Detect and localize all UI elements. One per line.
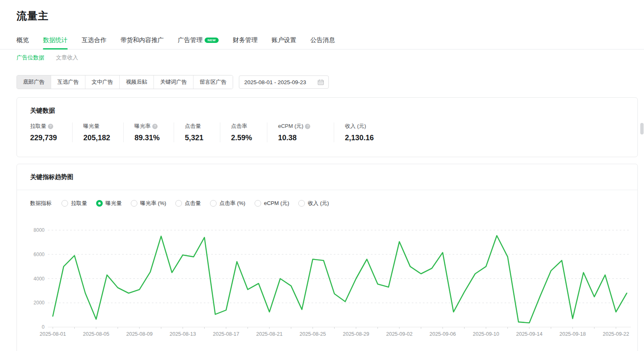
- metric-拉取量: 拉取量?229,739: [28, 122, 73, 142]
- radio-circle-icon: [255, 200, 261, 207]
- svg-text:6000: 6000: [33, 252, 45, 257]
- sub-tabbar: 广告位数据文章收入: [17, 54, 78, 61]
- indicator-radios: 拉取量曝光量曝光率 (%)点击量点击率 (%)eCPM (元)收入 (元): [61, 200, 338, 207]
- trend-card: 关键指标趋势图 数据指标 拉取量曝光量曝光率 (%)点击量点击率 (%)eCPM…: [17, 164, 638, 351]
- subtab-广告位数据[interactable]: 广告位数据: [17, 54, 45, 61]
- metric-value: 5,321: [185, 134, 209, 142]
- tab-互选合作[interactable]: 互选合作: [82, 36, 106, 49]
- metric-label-text: 收入 (元): [345, 122, 366, 130]
- calendar-icon: [317, 79, 324, 86]
- radio-拉取量[interactable]: 拉取量: [61, 200, 87, 207]
- svg-text:2025-09-06: 2025-09-06: [429, 331, 456, 337]
- slot-tab-文中广告[interactable]: 文中广告: [85, 75, 120, 89]
- svg-text:2025-09-02: 2025-09-02: [386, 331, 413, 337]
- date-range-picker[interactable]: 2025-08-01 - 2025-09-23: [239, 75, 329, 89]
- svg-text:2025-08-13: 2025-08-13: [170, 331, 196, 337]
- svg-text:2000: 2000: [33, 300, 45, 306]
- metric-value: 2,130.16: [345, 134, 374, 142]
- help-icon[interactable]: ?: [152, 124, 158, 129]
- radio-circle-icon: [96, 200, 103, 207]
- svg-text:2025-08-17: 2025-08-17: [213, 331, 239, 337]
- svg-text:2025-09-14: 2025-09-14: [516, 331, 543, 337]
- radio-点击量[interactable]: 点击量: [175, 200, 201, 207]
- trend-chart-area: 020004000600080002025-08-012025-08-05202…: [17, 222, 637, 343]
- date-range-value: 2025-08-01 - 2025-09-23: [244, 79, 306, 85]
- traffic-master-page: 流量主 概览数据统计互选合作带货和内容推广广告管理NEW财务管理账户设置公告消息…: [0, 0, 644, 351]
- tab-账户设置[interactable]: 账户设置: [271, 36, 296, 49]
- slot-tab-互选广告[interactable]: 互选广告: [51, 75, 85, 89]
- svg-text:2025-09-18: 2025-09-18: [559, 331, 586, 337]
- metric-收入 (元): 收入 (元)2,130.16: [334, 122, 385, 142]
- tab-广告管理[interactable]: 广告管理NEW: [178, 36, 219, 49]
- metric-value: 2.59%: [231, 134, 256, 142]
- new-badge: NEW: [205, 38, 219, 43]
- tab-label: 财务管理: [233, 36, 257, 43]
- ad-slot-type-group: 底部广告互选广告文中广告视频后贴关键词广告留言区广告: [17, 75, 233, 89]
- filter-row: 底部广告互选广告文中广告视频后贴关键词广告留言区广告 2025-08-01 - …: [17, 75, 329, 89]
- tab-label: 带货和内容推广: [120, 36, 164, 43]
- tab-label: 账户设置: [271, 36, 296, 43]
- metric-label-text: 曝光率: [134, 122, 151, 130]
- tab-数据统计[interactable]: 数据统计: [43, 36, 68, 49]
- radio-dot: [98, 202, 101, 205]
- indicator-caption: 数据指标: [30, 200, 52, 207]
- radio-label: 点击率 (%): [219, 200, 245, 207]
- radio-label: 拉取量: [71, 200, 87, 207]
- svg-text:2025-08-25: 2025-08-25: [300, 331, 326, 337]
- radio-eCPM (元)[interactable]: eCPM (元): [255, 200, 289, 207]
- key-data-title: 关键数据: [17, 98, 637, 115]
- metric-点击量: 点击量5,321: [174, 122, 220, 142]
- metric-label-text: 点击率: [231, 122, 247, 130]
- radio-label: 收入 (元): [308, 200, 329, 207]
- trend-line-chart: 020004000600080002025-08-012025-08-05202…: [17, 222, 637, 343]
- svg-text:2025-09-10: 2025-09-10: [473, 331, 499, 337]
- svg-text:2025-09-22: 2025-09-22: [603, 331, 629, 337]
- svg-text:2025-08-09: 2025-08-09: [126, 331, 153, 337]
- metric-label: 曝光量: [83, 122, 113, 130]
- metric-曝光率: 曝光率?89.31%: [124, 122, 174, 142]
- metric-label: 点击率: [231, 122, 256, 130]
- metric-label-text: eCPM (元): [278, 122, 303, 130]
- svg-text:0: 0: [42, 324, 45, 330]
- slot-tab-底部广告[interactable]: 底部广告: [17, 75, 51, 89]
- active-tab-underline: [43, 48, 68, 49]
- metric-value: 229,739: [30, 134, 61, 142]
- svg-text:8000: 8000: [33, 227, 45, 233]
- metric-label: 收入 (元): [345, 122, 374, 130]
- key-data-card: 关键数据 拉取量?229,739曝光量205,182曝光率?89.31%点击量5…: [17, 97, 638, 157]
- radio-circle-icon: [210, 200, 217, 207]
- slot-tab-视频后贴[interactable]: 视频后贴: [120, 75, 154, 89]
- radio-label: 点击量: [185, 200, 201, 207]
- tab-带货和内容推广[interactable]: 带货和内容推广: [120, 36, 164, 49]
- svg-text:4000: 4000: [33, 276, 45, 282]
- radio-曝光量[interactable]: 曝光量: [96, 200, 122, 207]
- metric-label-text: 点击量: [185, 122, 201, 130]
- radio-曝光率 (%)[interactable]: 曝光率 (%): [131, 200, 166, 207]
- slot-tab-留言区广告[interactable]: 留言区广告: [193, 75, 233, 89]
- metric-label-text: 拉取量: [30, 122, 46, 130]
- tab-label: 互选合作: [82, 36, 106, 43]
- slot-tab-关键词广告[interactable]: 关键词广告: [154, 75, 193, 89]
- radio-circle-icon: [298, 200, 305, 207]
- svg-text:2025-08-01: 2025-08-01: [40, 331, 66, 337]
- svg-text:2025-08-05: 2025-08-05: [83, 331, 109, 337]
- metric-label: 曝光率?: [134, 122, 163, 130]
- tab-label: 公告消息: [310, 36, 335, 43]
- tab-财务管理[interactable]: 财务管理: [233, 36, 257, 49]
- radio-circle-icon: [61, 200, 68, 207]
- metric-value: 89.31%: [134, 134, 163, 142]
- tab-公告消息[interactable]: 公告消息: [310, 36, 335, 49]
- tab-概览[interactable]: 概览: [17, 36, 29, 49]
- help-icon[interactable]: ?: [48, 124, 53, 129]
- radio-收入 (元)[interactable]: 收入 (元): [298, 200, 329, 207]
- metric-label-text: 曝光量: [83, 122, 99, 130]
- radio-circle-icon: [175, 200, 182, 207]
- radio-label: 曝光量: [106, 200, 122, 207]
- vertical-scrollbar-thumb[interactable]: [640, 123, 644, 134]
- svg-text:2025-08-21: 2025-08-21: [256, 331, 283, 337]
- subtab-文章收入[interactable]: 文章收入: [56, 54, 78, 61]
- main-tabbar: 概览数据统计互选合作带货和内容推广广告管理NEW财务管理账户设置公告消息: [0, 36, 644, 49]
- metric-曝光量: 曝光量205,182: [73, 122, 124, 142]
- help-icon[interactable]: ?: [305, 124, 310, 129]
- radio-点击率 (%)[interactable]: 点击率 (%): [210, 200, 245, 207]
